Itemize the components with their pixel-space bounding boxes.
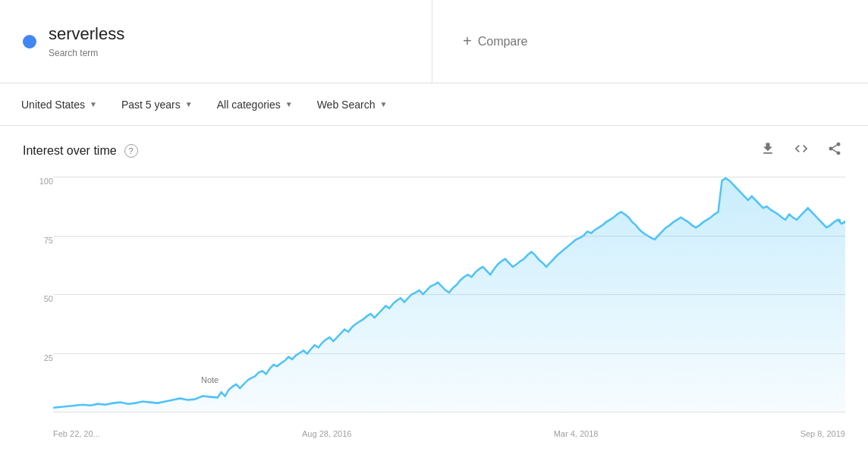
- y-label-100: 100: [39, 177, 53, 186]
- share-button[interactable]: [824, 138, 845, 163]
- chart-section: Interest over time ? 100 75 50 25: [0, 126, 868, 442]
- header: serverless Search term + Compare: [0, 0, 868, 83]
- chart-container: 100 75 50 25: [15, 169, 853, 442]
- chart-title: Interest over time: [23, 144, 117, 158]
- x-label-3: Mar 4, 2018: [554, 429, 599, 438]
- search-term-color-dot: [23, 35, 36, 49]
- embed-button[interactable]: [791, 138, 812, 163]
- search-term-text: serverless Search term: [49, 24, 124, 58]
- filters-bar: United States ▼ Past 5 years ▼ All categ…: [0, 83, 868, 126]
- trend-chart: [53, 177, 845, 412]
- region-filter[interactable]: United States ▼: [12, 93, 106, 117]
- compare-button[interactable]: + Compare: [463, 33, 528, 50]
- chart-title-group: Interest over time ?: [23, 144, 138, 158]
- help-icon[interactable]: ?: [124, 144, 138, 158]
- chart-header: Interest over time ?: [15, 126, 853, 169]
- search-type-filter[interactable]: Web Search ▼: [308, 93, 397, 117]
- compare-plus-icon: +: [463, 33, 472, 50]
- time-filter[interactable]: Past 5 years ▼: [112, 93, 202, 117]
- y-label-75: 75: [44, 236, 53, 245]
- region-label: United States: [21, 99, 85, 111]
- grid-line-0: [53, 412, 845, 412]
- search-term-section: serverless Search term: [0, 0, 432, 83]
- x-label-4: Sep 8, 2019: [800, 429, 845, 438]
- download-button[interactable]: [757, 138, 778, 163]
- y-label-50: 50: [44, 294, 53, 303]
- help-icon-symbol: ?: [129, 146, 134, 155]
- category-label: All categories: [217, 99, 281, 111]
- category-chevron-icon: ▼: [285, 100, 293, 108]
- search-term-name: serverless: [49, 24, 124, 44]
- search-type-chevron-icon: ▼: [379, 100, 387, 108]
- y-label-25: 25: [44, 353, 53, 362]
- compare-label: Compare: [478, 35, 528, 49]
- y-axis: 100 75 50 25: [23, 177, 53, 412]
- chart-actions: [757, 138, 845, 163]
- compare-section: + Compare: [432, 0, 868, 83]
- note-label: Note: [201, 375, 219, 384]
- x-axis: Feb 22, 20... Aug 28, 2016 Mar 4, 2018 S…: [53, 429, 845, 438]
- category-filter[interactable]: All categories ▼: [208, 93, 302, 117]
- x-label-1: Feb 22, 20...: [53, 429, 100, 438]
- region-chevron-icon: ▼: [90, 100, 97, 108]
- search-type-label: Web Search: [317, 99, 376, 111]
- time-chevron-icon: ▼: [185, 100, 193, 108]
- x-label-2: Aug 28, 2016: [302, 429, 351, 438]
- search-term-type: Search term: [49, 48, 124, 58]
- time-label: Past 5 years: [121, 99, 181, 111]
